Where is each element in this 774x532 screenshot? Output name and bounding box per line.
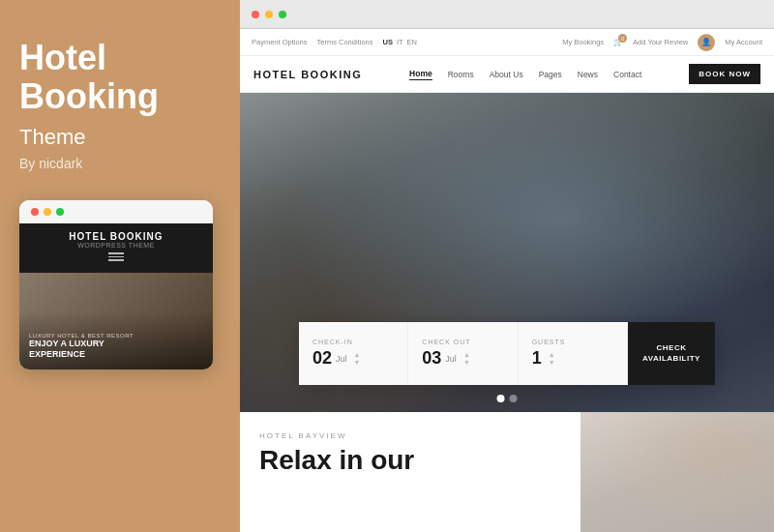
mobile-overlay-text: LUXURY HOTEL & BEST RESORT ENJOY A LUXUR… xyxy=(29,333,134,360)
hamburger-menu-icon[interactable] xyxy=(108,252,124,261)
mobile-hotel-name: HOTEL BOOKING xyxy=(31,231,201,242)
slider-dot-2[interactable] xyxy=(510,395,518,402)
below-fold-text: HOTEL BAYVIEW Relax in our xyxy=(240,412,580,532)
checkout-value: 03 Jul ▲ ▼ xyxy=(422,348,503,369)
author-line: By nicdark xyxy=(19,156,221,171)
mobile-hotel-sub: WORDPRESS THEME xyxy=(31,242,201,249)
user-avatar[interactable]: 👤 xyxy=(698,34,715,51)
my-bookings-link[interactable]: My Bookings xyxy=(562,38,604,46)
browser-chrome xyxy=(240,0,774,29)
guests-down-arrow[interactable]: ▼ xyxy=(549,359,555,366)
dot-yellow-icon xyxy=(44,208,51,216)
cart-badge: 0 xyxy=(618,34,627,43)
checkin-day: 02 xyxy=(313,348,332,369)
top-bar-left: Payment Options Terms Conditions US IT E… xyxy=(252,38,417,46)
browser-dot-red[interactable] xyxy=(252,11,259,18)
mobile-card-header xyxy=(19,200,213,223)
guests-field[interactable]: GUESTS 1 ▲ ▼ xyxy=(519,322,628,385)
guests-count: 1 xyxy=(532,348,542,369)
mobile-hero-image: LUXURY HOTEL & BEST RESORT ENJOY A LUXUR… xyxy=(19,273,213,369)
lang-it[interactable]: IT xyxy=(397,38,403,46)
dot-red-icon xyxy=(31,208,39,216)
checkin-value: 02 Jul ▲ ▼ xyxy=(313,348,394,369)
slider-dots xyxy=(497,395,518,402)
nav-logo[interactable]: HOTEL BOOKING xyxy=(253,69,362,80)
top-bar: Payment Options Terms Conditions US IT E… xyxy=(240,29,774,56)
checkin-month: Jul xyxy=(336,354,347,364)
lang-en[interactable]: EN xyxy=(407,38,417,46)
cart-icon[interactable]: 🛒 0 xyxy=(613,38,623,46)
browser-dot-green[interactable] xyxy=(279,11,286,18)
checkout-down-arrow[interactable]: ▼ xyxy=(463,359,470,366)
browser-dot-yellow[interactable] xyxy=(265,11,273,18)
hero-section: CHECK-IN 02 Jul ▲ ▼ CHECK OUT 03 Jul xyxy=(240,93,774,412)
checkin-field[interactable]: CHECK-IN 02 Jul ▲ ▼ xyxy=(299,322,408,385)
guests-label: GUESTS xyxy=(532,339,613,345)
below-fold-section: HOTEL BAYVIEW Relax in our xyxy=(240,412,774,532)
slider-dot-1[interactable] xyxy=(497,395,505,402)
top-bar-right: My Bookings 🛒 0 Add Your Review 👤 My Acc… xyxy=(562,34,762,51)
guests-up-arrow[interactable]: ▲ xyxy=(549,351,555,358)
dot-green-icon xyxy=(56,208,64,216)
main-title: Hotel Booking xyxy=(19,39,221,115)
theme-subtitle: Theme xyxy=(19,125,221,150)
checkout-stepper[interactable]: ▲ ▼ xyxy=(463,351,470,366)
room-thumb-image xyxy=(580,412,774,532)
room-thumbnail xyxy=(580,412,774,532)
mobile-nav-bar: HOTEL BOOKING WORDPRESS THEME xyxy=(19,223,213,273)
checkout-up-arrow[interactable]: ▲ xyxy=(463,351,470,358)
checkout-field[interactable]: CHECK OUT 03 Jul ▲ ▼ xyxy=(408,322,518,385)
left-panel: Hotel Booking Theme By nicdark HOTEL BOO… xyxy=(0,0,240,532)
language-selector: US IT EN xyxy=(382,38,417,46)
nav-rooms[interactable]: Rooms xyxy=(448,70,474,79)
lang-us[interactable]: US xyxy=(382,38,392,46)
relax-title: Relax in our xyxy=(259,446,561,476)
booking-bar: CHECK-IN 02 Jul ▲ ▼ CHECK OUT 03 Jul xyxy=(299,322,715,385)
checkin-label: CHECK-IN xyxy=(313,339,394,345)
user-name-label: My Account xyxy=(725,38,762,46)
user-icon: 👤 xyxy=(701,38,711,46)
checkout-month: Jul xyxy=(445,354,457,364)
guests-stepper[interactable]: ▲ ▼ xyxy=(549,351,555,366)
nav-about[interactable]: About Us xyxy=(490,70,523,79)
nav-news[interactable]: News xyxy=(578,70,598,79)
right-panel: Payment Options Terms Conditions US IT E… xyxy=(240,0,774,532)
hotel-bayview-label: HOTEL BAYVIEW xyxy=(259,431,561,440)
checkout-day: 03 xyxy=(422,348,441,369)
mobile-experience-label: ENJOY A LUXURYEXPERIENCE xyxy=(29,339,134,360)
terms-conditions-link[interactable]: Terms Conditions xyxy=(317,38,373,46)
website-preview: Payment Options Terms Conditions US IT E… xyxy=(240,29,774,532)
book-now-button[interactable]: BOOK NOW xyxy=(689,64,760,84)
add-review-link[interactable]: Add Your Review xyxy=(633,38,688,46)
nav-bar: HOTEL BOOKING Home Rooms About Us Pages … xyxy=(240,56,774,93)
guests-value: 1 ▲ ▼ xyxy=(532,348,613,369)
checkin-stepper[interactable]: ▲ ▼ xyxy=(354,351,361,366)
payment-options-link[interactable]: Payment Options xyxy=(252,38,308,46)
checkout-label: CHECK OUT xyxy=(422,339,503,345)
checkin-down-arrow[interactable]: ▼ xyxy=(354,359,361,366)
mobile-preview-card: HOTEL BOOKING WORDPRESS THEME LUXURY HOT… xyxy=(19,200,213,369)
nav-links: Home Rooms About Us Pages News Contact xyxy=(409,69,641,80)
nav-home[interactable]: Home xyxy=(409,69,432,80)
nav-contact[interactable]: Contact xyxy=(613,70,641,79)
check-availability-button[interactable]: CHECKAVAILABILITY xyxy=(628,322,715,385)
checkin-up-arrow[interactable]: ▲ xyxy=(354,351,361,358)
nav-pages[interactable]: Pages xyxy=(539,70,562,79)
